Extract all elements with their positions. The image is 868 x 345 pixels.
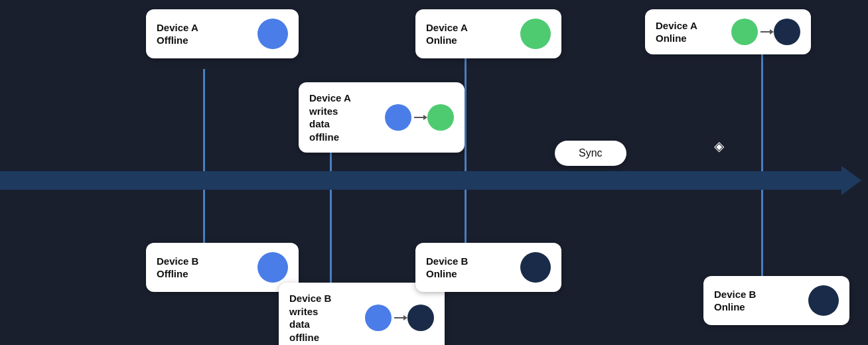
connector-device-b-online2 xyxy=(761,190,763,276)
card-device-a-online1: Device A Online xyxy=(415,9,561,58)
card-device-a-offline: Device A Offline xyxy=(146,9,299,58)
card-device-b-online1: Device B Online xyxy=(415,243,561,292)
connector-device-a-offline xyxy=(203,69,205,171)
card-device-b-online2: Device B Online xyxy=(703,276,849,325)
card-device-b-writes: Device B writes data offline xyxy=(279,283,445,345)
card-device-b-offline: Device B Offline xyxy=(146,243,299,292)
card-device-a-writes: Device A writes data offline xyxy=(299,82,465,153)
circle-device-a-offline xyxy=(257,19,288,49)
layers-icon: ◈ xyxy=(714,138,724,154)
arrow-device-a-writes xyxy=(385,104,454,131)
circle-device-b-online1 xyxy=(520,252,551,283)
arrow-device-a-online2 xyxy=(731,19,800,45)
sync-button[interactable]: Sync xyxy=(555,141,626,166)
connector-device-b-writes xyxy=(330,190,332,283)
arrow-device-b-writes xyxy=(365,305,434,331)
circle-device-b-offline xyxy=(257,252,288,283)
circle-device-b-online2 xyxy=(808,285,839,316)
card-device-a-online2: Device A Online xyxy=(645,9,811,54)
connector-device-b-offline xyxy=(203,190,205,243)
timeline-bar xyxy=(0,171,843,190)
connector-device-b-online1 xyxy=(465,190,467,243)
circle-device-a-online1 xyxy=(520,19,551,49)
